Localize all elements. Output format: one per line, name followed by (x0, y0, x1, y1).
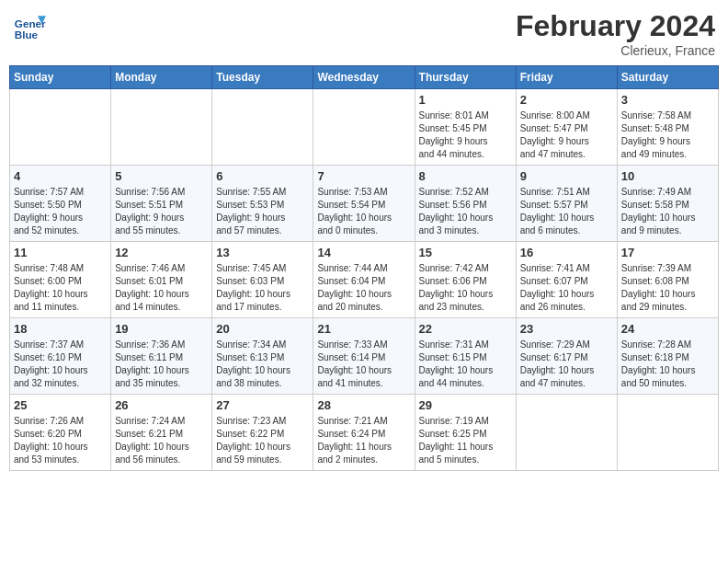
day-number: 8 (419, 169, 512, 183)
calendar-cell: 28Sunrise: 7:21 AM Sunset: 6:24 PM Dayli… (313, 395, 415, 471)
calendar-cell: 15Sunrise: 7:42 AM Sunset: 6:06 PM Dayli… (415, 242, 516, 318)
calendar-cell: 22Sunrise: 7:31 AM Sunset: 6:15 PM Dayli… (415, 318, 516, 395)
title-block: February 2024 Clerieux, France (516, 9, 715, 58)
calendar-week-row: 4Sunrise: 7:57 AM Sunset: 5:50 PM Daylig… (10, 166, 719, 242)
calendar-cell: 21Sunrise: 7:33 AM Sunset: 6:14 PM Dayli… (313, 318, 415, 395)
day-info: Sunrise: 7:52 AM Sunset: 5:56 PM Dayligh… (419, 186, 512, 237)
calendar-cell: 25Sunrise: 7:26 AM Sunset: 6:20 PM Dayli… (10, 395, 111, 471)
day-number: 4 (14, 169, 107, 183)
day-info: Sunrise: 7:49 AM Sunset: 5:58 PM Dayligh… (621, 186, 714, 237)
day-info: Sunrise: 7:55 AM Sunset: 5:53 PM Dayligh… (216, 186, 309, 237)
calendar-cell (313, 89, 415, 166)
day-of-week-header: Sunday (10, 66, 111, 89)
day-info: Sunrise: 7:19 AM Sunset: 6:25 PM Dayligh… (419, 415, 512, 466)
day-number: 27 (216, 398, 309, 412)
day-info: Sunrise: 7:24 AM Sunset: 6:21 PM Dayligh… (115, 415, 208, 466)
day-number: 7 (317, 169, 410, 183)
day-info: Sunrise: 7:31 AM Sunset: 6:15 PM Dayligh… (419, 339, 512, 390)
calendar-cell: 29Sunrise: 7:19 AM Sunset: 6:25 PM Dayli… (415, 395, 516, 471)
calendar-cell: 20Sunrise: 7:34 AM Sunset: 6:13 PM Dayli… (212, 318, 313, 395)
day-number: 14 (317, 246, 410, 259)
day-number: 12 (115, 246, 208, 259)
day-number: 19 (115, 322, 208, 336)
calendar-week-row: 18Sunrise: 7:37 AM Sunset: 6:10 PM Dayli… (10, 318, 719, 395)
calendar-cell: 5Sunrise: 7:56 AM Sunset: 5:51 PM Daylig… (111, 166, 212, 242)
day-number: 18 (14, 322, 107, 336)
calendar-cell: 23Sunrise: 7:29 AM Sunset: 6:17 PM Dayli… (516, 318, 617, 395)
calendar-cell (212, 89, 313, 166)
day-of-week-header: Thursday (415, 66, 516, 89)
calendar-cell: 19Sunrise: 7:36 AM Sunset: 6:11 PM Dayli… (111, 318, 212, 395)
logo: General Blue (13, 9, 46, 42)
day-number: 16 (520, 246, 613, 259)
day-number: 24 (621, 322, 714, 336)
day-number: 15 (419, 246, 512, 259)
day-number: 13 (216, 246, 309, 259)
day-number: 20 (216, 322, 309, 336)
day-number: 29 (419, 398, 512, 412)
calendar-week-row: 1Sunrise: 8:01 AM Sunset: 5:45 PM Daylig… (10, 89, 719, 166)
calendar-cell: 18Sunrise: 7:37 AM Sunset: 6:10 PM Dayli… (10, 318, 111, 395)
calendar-cell: 9Sunrise: 7:51 AM Sunset: 5:57 PM Daylig… (516, 166, 617, 242)
calendar-cell: 27Sunrise: 7:23 AM Sunset: 6:22 PM Dayli… (212, 395, 313, 471)
day-info: Sunrise: 7:45 AM Sunset: 6:03 PM Dayligh… (216, 262, 309, 314)
calendar-cell (111, 89, 212, 166)
calendar-cell: 8Sunrise: 7:52 AM Sunset: 5:56 PM Daylig… (415, 166, 516, 242)
day-info: Sunrise: 7:53 AM Sunset: 5:54 PM Dayligh… (317, 186, 410, 237)
calendar-cell: 24Sunrise: 7:28 AM Sunset: 6:18 PM Dayli… (617, 318, 718, 395)
calendar-cell: 16Sunrise: 7:41 AM Sunset: 6:07 PM Dayli… (516, 242, 617, 318)
day-info: Sunrise: 7:21 AM Sunset: 6:24 PM Dayligh… (317, 415, 410, 466)
calendar-cell: 13Sunrise: 7:45 AM Sunset: 6:03 PM Dayli… (212, 242, 313, 318)
day-number: 26 (115, 398, 208, 412)
day-info: Sunrise: 8:00 AM Sunset: 5:47 PM Dayligh… (520, 109, 613, 161)
day-info: Sunrise: 7:36 AM Sunset: 6:11 PM Dayligh… (115, 339, 208, 390)
day-info: Sunrise: 7:44 AM Sunset: 6:04 PM Dayligh… (317, 262, 410, 314)
day-number: 6 (216, 169, 309, 183)
calendar-cell: 11Sunrise: 7:48 AM Sunset: 6:00 PM Dayli… (10, 242, 111, 318)
day-number: 17 (621, 246, 714, 259)
day-info: Sunrise: 7:51 AM Sunset: 5:57 PM Dayligh… (520, 186, 613, 237)
day-info: Sunrise: 8:01 AM Sunset: 5:45 PM Dayligh… (419, 109, 512, 161)
calendar-cell: 17Sunrise: 7:39 AM Sunset: 6:08 PM Dayli… (617, 242, 718, 318)
day-info: Sunrise: 7:56 AM Sunset: 5:51 PM Dayligh… (115, 186, 208, 237)
day-info: Sunrise: 7:46 AM Sunset: 6:01 PM Dayligh… (115, 262, 208, 314)
month-title: February 2024 (516, 9, 715, 43)
location: Clerieux, France (516, 43, 715, 58)
day-info: Sunrise: 7:29 AM Sunset: 6:17 PM Dayligh… (520, 339, 613, 390)
day-of-week-header: Monday (111, 66, 212, 89)
day-info: Sunrise: 7:33 AM Sunset: 6:14 PM Dayligh… (317, 339, 410, 390)
day-number: 9 (520, 169, 613, 183)
day-number: 28 (317, 398, 410, 412)
day-info: Sunrise: 7:34 AM Sunset: 6:13 PM Dayligh… (216, 339, 309, 390)
day-info: Sunrise: 7:42 AM Sunset: 6:06 PM Dayligh… (419, 262, 512, 314)
calendar-cell: 12Sunrise: 7:46 AM Sunset: 6:01 PM Dayli… (111, 242, 212, 318)
calendar-header-row: SundayMondayTuesdayWednesdayThursdayFrid… (10, 66, 719, 89)
calendar-cell: 2Sunrise: 8:00 AM Sunset: 5:47 PM Daylig… (516, 89, 617, 166)
calendar-week-row: 11Sunrise: 7:48 AM Sunset: 6:00 PM Dayli… (10, 242, 719, 318)
calendar-cell: 3Sunrise: 7:58 AM Sunset: 5:48 PM Daylig… (617, 89, 718, 166)
day-of-week-header: Wednesday (313, 66, 415, 89)
day-number: 2 (520, 93, 613, 107)
day-number: 22 (419, 322, 512, 336)
day-number: 10 (621, 169, 714, 183)
day-number: 25 (14, 398, 107, 412)
calendar-cell (617, 395, 718, 471)
calendar-week-row: 25Sunrise: 7:26 AM Sunset: 6:20 PM Dayli… (10, 395, 719, 471)
page-header: General Blue February 2024 Clerieux, Fra… (9, 9, 719, 58)
day-info: Sunrise: 7:26 AM Sunset: 6:20 PM Dayligh… (14, 415, 107, 466)
svg-text:Blue: Blue (15, 29, 39, 40)
calendar-table: SundayMondayTuesdayWednesdayThursdayFrid… (9, 65, 719, 471)
day-of-week-header: Friday (516, 66, 617, 89)
calendar-cell: 7Sunrise: 7:53 AM Sunset: 5:54 PM Daylig… (313, 166, 415, 242)
calendar-cell: 10Sunrise: 7:49 AM Sunset: 5:58 PM Dayli… (617, 166, 718, 242)
day-info: Sunrise: 7:39 AM Sunset: 6:08 PM Dayligh… (621, 262, 714, 314)
day-number: 5 (115, 169, 208, 183)
calendar-cell (516, 395, 617, 471)
day-info: Sunrise: 7:28 AM Sunset: 6:18 PM Dayligh… (621, 339, 714, 390)
day-number: 21 (317, 322, 410, 336)
calendar-cell: 26Sunrise: 7:24 AM Sunset: 6:21 PM Dayli… (111, 395, 212, 471)
calendar-cell: 4Sunrise: 7:57 AM Sunset: 5:50 PM Daylig… (10, 166, 111, 242)
calendar-cell: 1Sunrise: 8:01 AM Sunset: 5:45 PM Daylig… (415, 89, 516, 166)
day-of-week-header: Tuesday (212, 66, 313, 89)
day-number: 3 (621, 93, 714, 107)
